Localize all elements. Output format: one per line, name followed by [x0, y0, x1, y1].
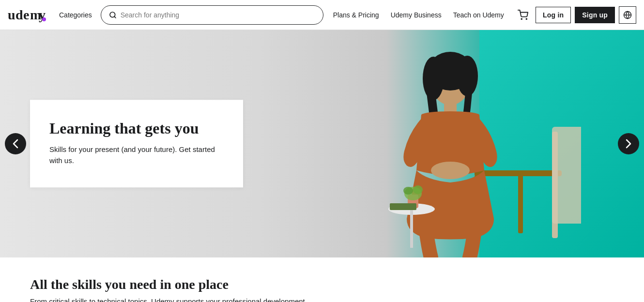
nav-link-udemy-business[interactable]: Udemy Business — [391, 11, 442, 19]
navbar: u d e m y Categories Plans & Pricing Ude… — [0, 0, 644, 30]
svg-text:d: d — [15, 7, 23, 22]
svg-point-27 — [403, 187, 413, 195]
below-hero-title: All the skills you need in one place — [30, 277, 614, 292]
hero-section: Learning that gets you Skills for your p… — [0, 30, 644, 257]
svg-text:u: u — [8, 7, 15, 22]
logo[interactable]: u d e m y — [8, 7, 46, 23]
search-input[interactable] — [121, 11, 315, 19]
svg-point-28 — [413, 185, 423, 194]
svg-rect-12 — [475, 170, 562, 176]
svg-point-9 — [526, 18, 527, 19]
svg-rect-13 — [518, 175, 523, 233]
nav-actions: Log in Sign up — [514, 6, 636, 24]
below-hero-subtitle: From critical skills to technical topics… — [30, 297, 614, 302]
hero-person-image — [329, 35, 581, 257]
svg-line-7 — [114, 16, 116, 18]
below-hero-section: All the skills you need in one place Fro… — [0, 257, 644, 302]
carousel-next-button[interactable] — [618, 133, 639, 154]
svg-rect-29 — [390, 203, 416, 210]
carousel-prev-button[interactable] — [5, 133, 26, 154]
search-bar — [101, 5, 323, 25]
hero-card-title: Learning that gets you — [49, 119, 224, 137]
search-icon — [109, 11, 117, 19]
signup-button[interactable]: Sign up — [575, 7, 615, 23]
login-button[interactable]: Log in — [536, 7, 571, 23]
nav-link-plans-pricing[interactable]: Plans & Pricing — [333, 11, 379, 19]
nav-links: Plans & Pricing Udemy Business Teach on … — [333, 11, 504, 19]
svg-text:e: e — [23, 7, 29, 22]
svg-rect-24 — [410, 209, 413, 248]
svg-rect-16 — [552, 127, 581, 224]
nav-link-teach-on-udemy[interactable]: Teach on Udemy — [453, 11, 504, 19]
language-button[interactable] — [619, 6, 636, 24]
svg-point-22 — [431, 162, 470, 179]
cart-icon[interactable] — [514, 6, 532, 24]
svg-point-5 — [42, 17, 46, 21]
categories-nav[interactable]: Categories — [56, 9, 95, 21]
svg-point-8 — [521, 18, 522, 19]
svg-point-20 — [457, 56, 478, 96]
hero-card: Learning that gets you Skills for your p… — [30, 100, 243, 187]
hero-card-subtitle: Skills for your present (and your future… — [49, 145, 224, 166]
